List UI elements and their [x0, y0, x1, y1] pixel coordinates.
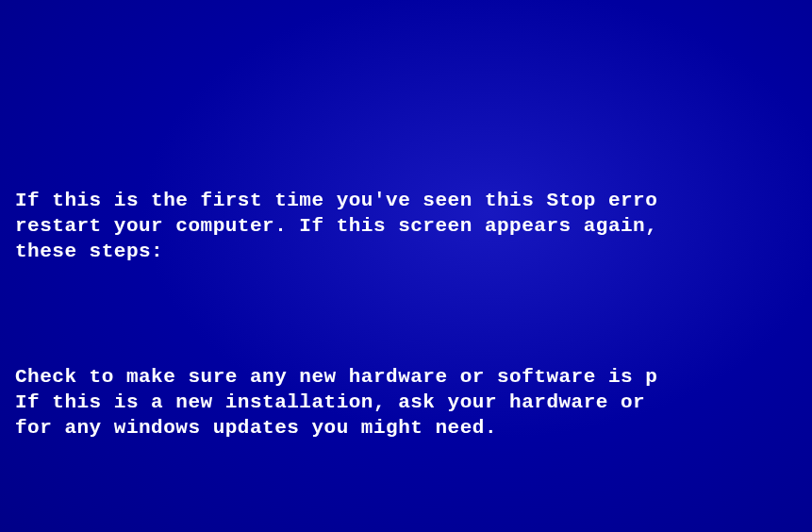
- bsod-paragraph-2: Check to make sure any new hardware or s…: [15, 365, 812, 441]
- bsod-screen: If this is the first time you've seen th…: [15, 113, 812, 533]
- bsod-paragraph-1: If this is the first time you've seen th…: [15, 189, 812, 265]
